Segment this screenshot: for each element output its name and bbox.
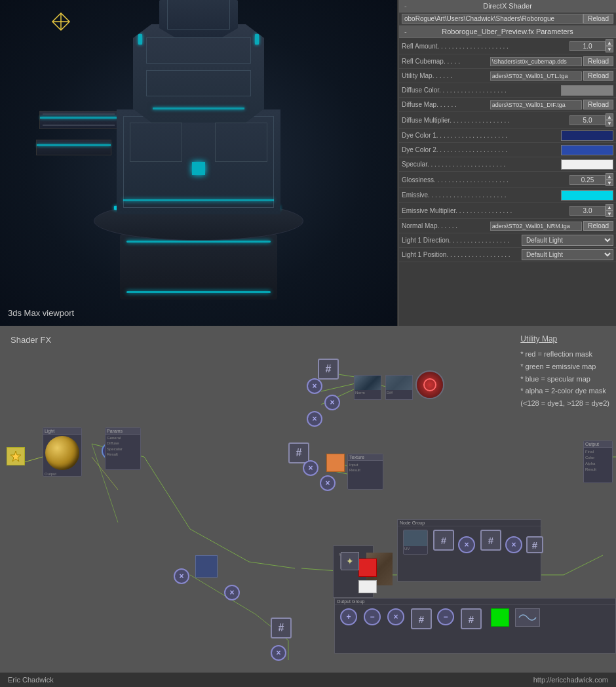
hash-node-top[interactable]: #	[318, 359, 339, 380]
shader-reload-btn[interactable]: Reload	[583, 14, 613, 24]
diffuse-mult-spinner[interactable]: ▲ ▼	[569, 113, 613, 127]
footer: Eric Chadwick http://ericchadwick.com	[0, 673, 616, 687]
param-diffuse-multiplier: Diffuse Multiplier. . . . . . . . . . . …	[399, 112, 616, 128]
fx-collapse-btn[interactable]: -	[404, 28, 407, 35]
svg-line-4	[144, 457, 190, 529]
param-specular: Specular. . . . . . . . . . . . . . . . …	[399, 157, 616, 172]
inner-x-1[interactable]: ×	[458, 536, 475, 553]
refl-amount-up[interactable]: ▲	[606, 39, 613, 46]
inner-x-row2-1[interactable]: +	[340, 608, 357, 625]
emissive-mult-spinner[interactable]: ▲ ▼	[569, 204, 613, 217]
legend-item-3: * blue = specular map	[520, 373, 609, 385]
x-node-mid-1[interactable]: ×	[303, 460, 318, 476]
glossiness-input[interactable]	[569, 175, 606, 185]
light-params-node[interactable]: Params GeneralDiffuseSpecularResult	[105, 427, 141, 470]
refl-cubemap-reload[interactable]: Reload	[583, 56, 613, 66]
svg-line-24	[190, 575, 223, 595]
glossiness-spinner[interactable]: ▲ ▼	[569, 173, 613, 186]
light1-direction-select[interactable]: Default Light	[522, 235, 613, 246]
legend-item-4: * alpha = 2-color dye mask	[520, 385, 609, 397]
x-node-bottom[interactable]: ×	[271, 645, 286, 661]
param-light1-direction: Light 1 Direction. . . . . . . . . . . .…	[399, 233, 616, 248]
shader-path-field[interactable]: oboRogue\Art\Users\Chadwick\Shaders\Robo…	[402, 14, 583, 24]
dye-color-2-swatch[interactable]	[561, 145, 613, 155]
utility-legend: Utility Map * red = reflection mask * gr…	[520, 332, 609, 410]
output-node[interactable]: Output FinalColorAlphaResult	[583, 441, 613, 483]
x-node-bl-2[interactable]: ×	[224, 585, 240, 600]
inner-minus-1[interactable]: −	[364, 608, 381, 625]
texture-node-2[interactable]: Diff	[385, 375, 413, 400]
dye-color-1-swatch[interactable]	[561, 130, 613, 141]
tower-base	[120, 234, 277, 300]
x-node-3[interactable]: ×	[307, 411, 322, 427]
fx-section-title: Roborogue_Uber_Preview.fx Parameters	[442, 28, 573, 35]
shader-panel: - DirectX Shader oboRogue\Art\Users\Chad…	[398, 0, 616, 326]
group-panel-right: Node Group UV # × # × #	[397, 519, 541, 581]
normal-map-field[interactable]: aders\ST02_Wall01_NRM.tga	[490, 222, 583, 231]
star-node[interactable]: ✦	[341, 552, 359, 570]
utility-map-field[interactable]: aders\ST02_Wall01_UTL.tga	[490, 71, 583, 81]
panel-title: DirectX Shader	[483, 2, 532, 10]
tower-mid	[117, 109, 280, 214]
glossiness-down[interactable]: ▼	[606, 180, 613, 186]
target-icon-node[interactable]	[415, 370, 444, 399]
panel-collapse-btn[interactable]: -	[404, 2, 407, 10]
normal-map-reload[interactable]: Reload	[583, 221, 613, 231]
refl-cubemap-field[interactable]: \Shaders\st0x_cubemap.dds	[490, 57, 583, 66]
diffuse-map-reload[interactable]: Reload	[583, 100, 613, 109]
x-node-2[interactable]: ×	[324, 395, 340, 410]
refl-amount-down[interactable]: ▼	[606, 46, 613, 52]
green-swatch-node[interactable]	[491, 608, 509, 627]
param-diffuse-map: Diffuse Map. . . . . . aders\ST02_Wall01…	[399, 98, 616, 112]
panel-header-directx: - DirectX Shader	[399, 0, 616, 12]
red-color-node[interactable]	[358, 559, 377, 577]
tower-top	[133, 24, 264, 123]
inner-hash-2[interactable]: #	[480, 530, 501, 551]
inner-star-texture[interactable]: UV	[403, 530, 428, 555]
refl-amount-spinner[interactable]: ▲ ▼	[569, 39, 613, 52]
param-emissive: Emissive. . . . . . . . . . . . . . . . …	[399, 188, 616, 203]
x-node-bl-1[interactable]: ×	[174, 568, 189, 584]
sphere-light-node[interactable]: Light Output	[43, 427, 82, 477]
inner-hash-3[interactable]: #	[526, 536, 543, 553]
fx-params-header: - Roborogue_Uber_Preview.fx Parameters	[399, 26, 616, 38]
x-node-1[interactable]: ×	[307, 378, 322, 394]
cannon-arm-1	[39, 111, 118, 129]
diffuse-mult-down[interactable]: ▼	[606, 120, 613, 127]
inner-minus-2[interactable]: −	[437, 608, 454, 625]
glossiness-up[interactable]: ▲	[606, 173, 613, 180]
inner-hash-row2[interactable]: #	[411, 608, 432, 629]
white-swatch-node[interactable]	[358, 580, 377, 593]
diffuse-mult-up[interactable]: ▲	[606, 113, 613, 120]
diffuse-color-swatch[interactable]	[561, 85, 613, 96]
diffuse-map-field[interactable]: aders\ST02_Wall01_DIF.tga	[490, 100, 583, 109]
emissive-mult-input[interactable]	[569, 206, 606, 216]
texture-node-1[interactable]: Norm	[354, 375, 381, 400]
hash-node-mid[interactable]: #	[288, 442, 309, 463]
svg-line-6	[249, 562, 295, 568]
inner-hash-row2-2[interactable]: #	[461, 608, 482, 629]
param-refl-cubemap: Refl Cubemap. . . . . \Shaders\st0x_cube…	[399, 54, 616, 69]
emissive-mult-down[interactable]: ▼	[606, 210, 613, 217]
specular-swatch[interactable]	[561, 159, 613, 170]
diffuse-mult-input[interactable]	[569, 115, 606, 125]
param-node-mid[interactable]: Texture InputResult	[347, 454, 383, 490]
x-node-mid-2[interactable]: ×	[320, 475, 336, 491]
shader-fx-label: Shader FX	[10, 335, 51, 345]
wave-node[interactable]	[515, 608, 540, 627]
blue-square-node[interactable]	[195, 555, 218, 578]
inner-x-2[interactable]: ×	[505, 536, 522, 553]
light1-position-select[interactable]: Default Light	[522, 249, 613, 260]
emissive-mult-up[interactable]: ▲	[606, 204, 613, 210]
hash-node-bl[interactable]: #	[271, 618, 292, 638]
refl-amount-input[interactable]	[569, 41, 606, 51]
inner-x-row2-2[interactable]: ×	[387, 608, 404, 625]
orange-color-node[interactable]	[326, 454, 345, 472]
emissive-swatch[interactable]	[561, 190, 613, 201]
lamp-node[interactable]	[7, 447, 25, 465]
param-emissive-multiplier: Emissive Multiplier. . . . . . . . . . .…	[399, 203, 616, 219]
utility-map-reload[interactable]: Reload	[583, 71, 613, 81]
legend-item-1: * red = reflection mask	[520, 348, 609, 361]
group-panel-bottom-row: Output Group + − × # − #	[334, 598, 616, 654]
inner-hash-1[interactable]: #	[433, 530, 454, 551]
